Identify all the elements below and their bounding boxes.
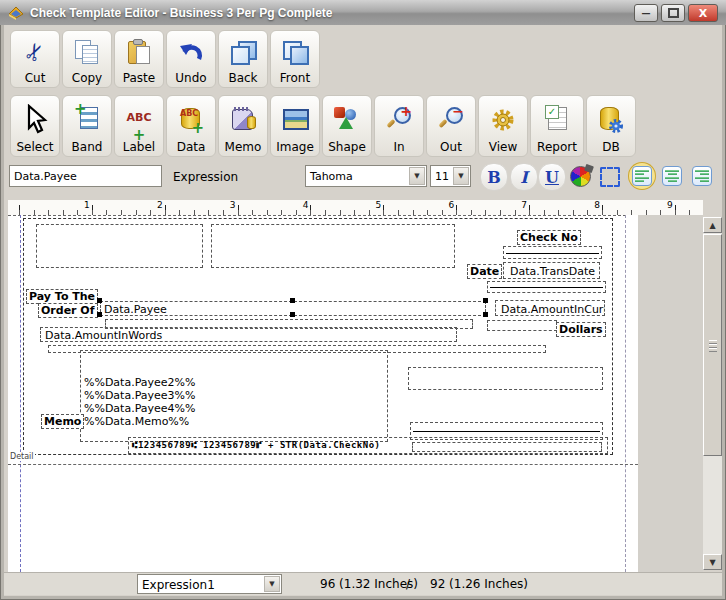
chevron-down-icon[interactable]: ▼	[409, 167, 425, 185]
company-box[interactable]	[36, 224, 203, 268]
order-of-label[interactable]: Order Of	[38, 303, 98, 318]
bring-front-button[interactable]: Front	[270, 30, 320, 88]
pay-to-the-label[interactable]: Pay To The	[26, 289, 98, 304]
align-center-button[interactable]	[658, 162, 686, 190]
maximize-button[interactable]	[661, 4, 685, 22]
selection-handle[interactable]	[483, 312, 488, 317]
shape-button[interactable]: Shape	[322, 95, 372, 157]
ruler-number: 4	[302, 200, 310, 210]
trans-date-field[interactable]: Data.TransDate	[503, 262, 600, 279]
title-bar[interactable]: Check Template Editor - Business 3 Per P…	[0, 0, 726, 25]
scroll-up-button[interactable]: ▲	[703, 217, 722, 233]
copy-button[interactable]: Copy	[62, 30, 112, 88]
selection-handle[interactable]	[97, 312, 102, 317]
selection-handle[interactable]	[483, 298, 488, 303]
image-button[interactable]: Image	[270, 95, 320, 157]
view-button[interactable]: View	[478, 95, 528, 157]
format-bar: Expression Tahoma ▼ 11 ▼ B I U	[6, 160, 720, 200]
band-selector-value: Expression1	[138, 575, 281, 592]
ruler-number: 2	[156, 200, 164, 210]
micr-line-field[interactable]: ⑆123456789⑆ 123456789⑈ + STR(Data.CheckN…	[128, 437, 608, 454]
memo-line[interactable]: %%Data.Memo%%	[84, 415, 196, 428]
memo-line[interactable]: %%Data.Payee3%%	[84, 389, 196, 402]
ruler-number: 6	[447, 200, 455, 210]
button-label: Data	[177, 141, 206, 154]
close-button[interactable]: X	[688, 4, 718, 22]
amount-in-currency-field[interactable]: Data.AmountInCurre	[495, 300, 605, 316]
memo-label[interactable]: Memo	[41, 414, 84, 429]
memo-line[interactable]: %%Data.Payee2%%	[84, 376, 196, 389]
bank-box[interactable]	[211, 224, 455, 268]
cursor-arrow-icon	[11, 96, 59, 141]
report-button[interactable]: ✓ Report	[530, 95, 584, 157]
vertical-scrollbar[interactable]: ▲ ▼	[703, 217, 722, 570]
button-label: Cut	[25, 72, 46, 85]
memo-line[interactable]: %%Data.Payee4%%	[84, 402, 196, 415]
selection-handle[interactable]	[290, 298, 295, 303]
toolbar-insert: Select + Band ABC + Label ABC + Data	[6, 92, 720, 160]
cut-button[interactable]: ✂ Cut	[10, 30, 60, 88]
design-canvas[interactable]: Check No Date Data.TransDate Pay To The …	[8, 215, 703, 572]
italic-button[interactable]: I	[510, 163, 538, 191]
plus-glyph: +	[133, 126, 146, 144]
date-label[interactable]: Date	[467, 264, 502, 279]
selection-handle[interactable]	[97, 298, 102, 303]
right-empty-box[interactable]	[408, 367, 603, 390]
dollars-label[interactable]: Dollars	[556, 322, 606, 337]
cursor-y-position: 92 (1.26 Inches)	[430, 577, 528, 591]
app-window: Check Template Editor - Business 3 Per P…	[0, 0, 726, 600]
chevron-down-icon[interactable]: ▼	[453, 167, 469, 185]
marquee-select-icon[interactable]	[600, 167, 620, 187]
arrow-up-icon: ▲	[709, 221, 715, 230]
check-no-field-box[interactable]	[503, 246, 602, 259]
db-button[interactable]: DB	[586, 95, 636, 157]
zoom-in-icon: +	[375, 96, 423, 141]
dollars-underline-box[interactable]	[487, 320, 557, 331]
date-underline-box[interactable]	[487, 281, 606, 293]
db-gear-icon	[587, 96, 635, 141]
memo-button[interactable]: Memo	[218, 95, 268, 157]
band-button[interactable]: + Band	[62, 95, 112, 157]
send-back-button[interactable]: Back	[218, 30, 268, 88]
undo-button[interactable]: Undo	[166, 30, 216, 88]
button-label: Shape	[328, 141, 366, 154]
scroll-down-button[interactable]: ▼	[703, 554, 722, 570]
image-picture-icon	[271, 96, 319, 141]
align-center-icon	[662, 166, 682, 186]
font-family-select[interactable]: Tahoma ▼	[305, 165, 427, 187]
ruler-number: 7	[520, 200, 528, 210]
align-right-button[interactable]	[688, 162, 716, 190]
amount-in-words-field[interactable]: Data.AmountInWords	[40, 327, 457, 342]
zoom-in-button[interactable]: + In	[374, 95, 424, 157]
check-no-label[interactable]: Check No	[517, 230, 581, 245]
scrollbar-thumb[interactable]	[703, 234, 722, 456]
plus-glyph: +	[400, 103, 412, 119]
font-size-select[interactable]: 11 ▼	[430, 165, 471, 187]
zoom-out-button[interactable]: − Out	[426, 95, 476, 157]
expression-input[interactable]	[9, 165, 162, 187]
expression-label: Expression	[173, 170, 238, 184]
band-separator[interactable]	[8, 464, 638, 465]
button-label: Undo	[175, 72, 206, 85]
right-margin-guide	[625, 215, 626, 572]
align-right-icon	[692, 166, 712, 186]
bold-button[interactable]: B	[480, 163, 508, 191]
minimize-button[interactable]: —	[634, 4, 658, 22]
select-button[interactable]: Select	[10, 95, 60, 157]
data-button[interactable]: ABC + Data	[166, 95, 216, 157]
underline-button[interactable]: U	[538, 163, 566, 191]
band-selector[interactable]: Expression1 ▼	[137, 574, 282, 594]
chevron-down-icon[interactable]: ▼	[264, 576, 280, 592]
font-family-value: Tahoma	[306, 166, 426, 183]
button-label: Front	[280, 72, 310, 85]
button-label: Band	[72, 141, 103, 154]
label-button[interactable]: ABC + Label	[114, 95, 164, 157]
ruler-number: 5	[375, 200, 383, 210]
page-top-guide	[8, 215, 626, 216]
align-left-button[interactable]	[628, 162, 656, 190]
selection-handle[interactable]	[290, 312, 295, 317]
memo-block[interactable]: %%Data.Payee2%% %%Data.Payee3%% %%Data.P…	[80, 350, 388, 442]
paste-button[interactable]: Paste	[114, 30, 164, 88]
color-palette-icon[interactable]	[570, 166, 591, 187]
band-label: Detail	[9, 452, 35, 461]
